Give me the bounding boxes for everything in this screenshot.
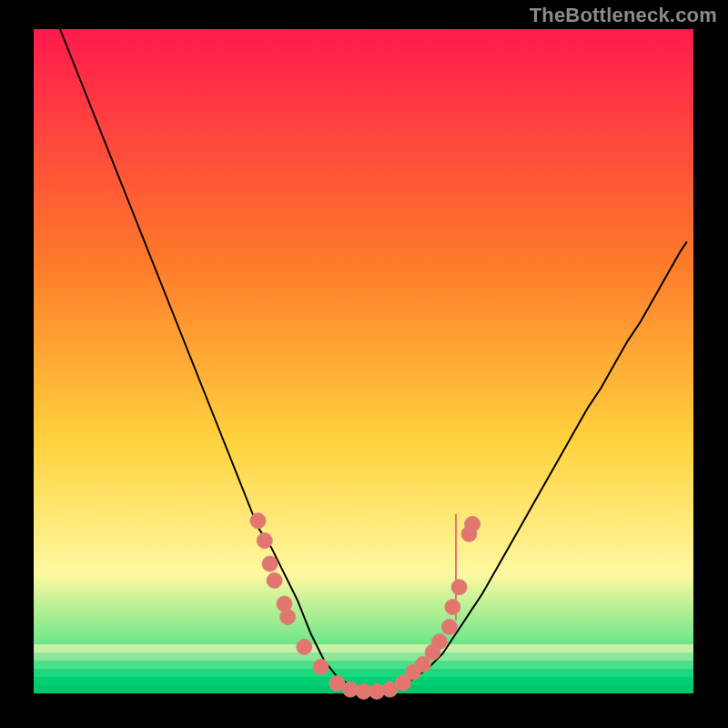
curve-point	[465, 516, 480, 531]
chart-stage: TheBottleneck.com	[0, 0, 728, 728]
curve-point	[267, 572, 282, 588]
curve-point	[297, 639, 312, 654]
green-stripe	[34, 644, 693, 652]
curve-point	[441, 620, 457, 635]
curve-point	[431, 634, 447, 650]
plot-background	[34, 29, 693, 693]
curve-point	[280, 610, 296, 625]
curve-point	[445, 600, 460, 615]
curve-point	[262, 556, 278, 571]
green-stripe	[34, 661, 693, 669]
green-stripe	[34, 652, 693, 661]
curve-point	[257, 533, 272, 549]
curve-point	[250, 513, 266, 529]
curve-point	[313, 659, 329, 674]
watermark-text: TheBottleneck.com	[530, 4, 717, 27]
bottleneck-chart	[0, 0, 728, 728]
curve-point	[451, 580, 467, 595]
green-stripe	[34, 669, 693, 677]
